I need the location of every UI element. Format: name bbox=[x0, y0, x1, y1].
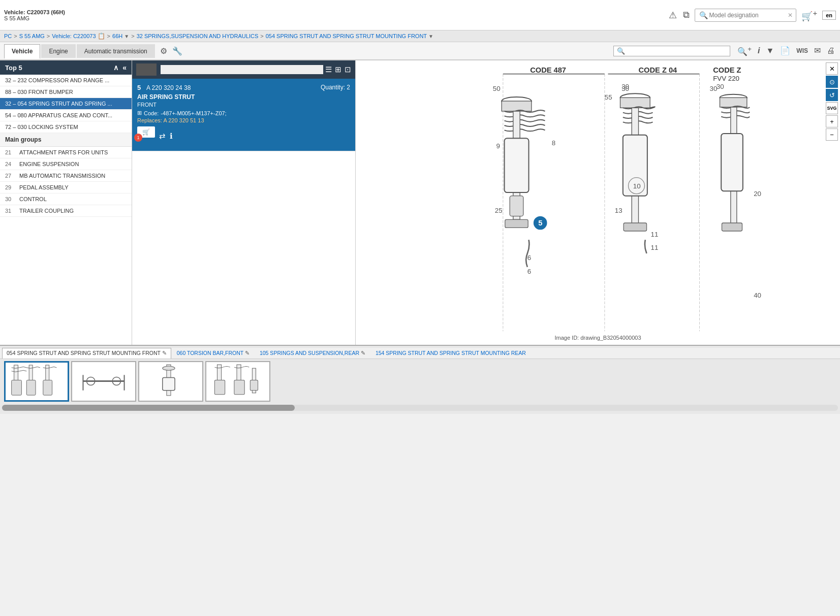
breadcrumb-054[interactable]: 054 SPRING STRUT AND SPRING STRUT MOUNTI… bbox=[266, 33, 433, 39]
partnum-30-mid: 30 bbox=[621, 83, 629, 90]
bottom-tab-0-edit-icon[interactable]: ✎ bbox=[162, 350, 167, 356]
sidebar-item-0[interactable]: 32 – 232 COMPRESSOR AND RANGE ... bbox=[0, 75, 132, 86]
search-box-header: 🔍 ✕ bbox=[695, 9, 796, 22]
tab-engine[interactable]: Engine bbox=[41, 44, 75, 58]
breadcrumb-66h[interactable]: 66H ▼ bbox=[112, 33, 129, 39]
list-view-icon[interactable]: ☰ bbox=[325, 65, 332, 74]
sidebar-group-24[interactable]: 24 ENGINE SUSPENSION bbox=[0, 158, 132, 170]
diagram-svg-icon[interactable]: SVG bbox=[826, 102, 838, 114]
diagram-blue-icon[interactable]: ⊙ bbox=[826, 76, 838, 88]
thumb-0[interactable] bbox=[4, 361, 69, 402]
info-circle-icon[interactable]: ℹ bbox=[170, 132, 173, 141]
sidebar-group-31[interactable]: 31 TRAILER COUPLING bbox=[0, 205, 132, 217]
sidebar-group-27[interactable]: 27 MB AUTOMATIC TRANSMISSION bbox=[0, 170, 132, 182]
thumb-3[interactable] bbox=[205, 361, 270, 402]
breadcrumb-s55[interactable]: S 55 AMG bbox=[19, 33, 45, 39]
sidebar-item-1[interactable]: 88 – 030 FRONT BUMPER bbox=[0, 86, 132, 98]
sidebar-top5-icons: ∧ « bbox=[113, 63, 127, 72]
alert-icon[interactable]: ⚠ bbox=[668, 9, 678, 22]
breadcrumb: PC > S 55 AMG > Vehicle: C220073 📋 > 66H… bbox=[0, 30, 840, 42]
bottom-tab-0[interactable]: 054 SPRING STRUT AND SPRING STRUT MOUNTI… bbox=[2, 348, 171, 359]
expand-icon[interactable]: ⊡ bbox=[345, 65, 351, 74]
another-icon[interactable]: 🔧 bbox=[172, 46, 182, 56]
sidebar-collapse-icon[interactable]: ∧ bbox=[113, 63, 118, 72]
thumb-1[interactable] bbox=[71, 361, 136, 402]
spring-coil-1c bbox=[505, 120, 545, 122]
thumb-2[interactable] bbox=[138, 361, 203, 402]
cart-add-icon[interactable]: 🛒+ bbox=[800, 8, 818, 23]
header-search-icon[interactable]: 🔍 bbox=[698, 10, 709, 20]
doc-icon[interactable]: 📄 bbox=[779, 45, 791, 56]
bottom-scrollbar[interactable] bbox=[2, 405, 838, 411]
zoom-in-icon[interactable]: 🔍+ bbox=[736, 44, 753, 57]
breadcrumb-vehicle[interactable]: Vehicle: C220073 📋 bbox=[52, 33, 105, 40]
tab-extra-icons: ⚙ 🔧 bbox=[160, 46, 182, 56]
tab-automatic-transmission[interactable]: Automatic transmission bbox=[77, 44, 155, 58]
sidebar-expand-icon[interactable]: « bbox=[122, 63, 127, 72]
svg-rect-8 bbox=[26, 380, 36, 396]
copy-icon[interactable]: ⧉ bbox=[682, 9, 691, 21]
filter-icon[interactable]: ▼ bbox=[765, 45, 775, 56]
partnum-8: 8 bbox=[552, 139, 555, 147]
partnum-55: 55 bbox=[605, 93, 612, 101]
group-num-24: 24 bbox=[5, 161, 15, 167]
bottom-tab-3[interactable]: 154 SPRING STRUT AND SPRING STRUT MOUNTI… bbox=[371, 348, 531, 359]
sidebar-item-3[interactable]: 54 – 080 APPARATUS CASE AND CONT... bbox=[0, 110, 132, 121]
bottom-mount-2 bbox=[624, 223, 646, 231]
partnum-50: 50 bbox=[493, 85, 501, 92]
group-label-29: PEDAL ASSEMBLY bbox=[19, 184, 69, 190]
lang-badge: en bbox=[822, 11, 836, 20]
part-item[interactable]: 5 A 220 320 24 38 Quantity: 2 AIR SPRING… bbox=[132, 79, 355, 151]
bottom-tab-1-edit-icon[interactable]: ✎ bbox=[245, 350, 250, 356]
mail-icon[interactable]: ✉ bbox=[813, 45, 822, 56]
tab-vehicle[interactable]: Vehicle bbox=[4, 44, 40, 59]
sidebar-group-30[interactable]: 30 CONTROL bbox=[0, 193, 132, 205]
bottom-tab-1[interactable]: 060 TORSION BAR,FRONT ✎ bbox=[172, 348, 254, 359]
air-chamber-3 bbox=[721, 134, 743, 191]
group-label-21: ATTACHMENT PARTS FOR UNITS bbox=[19, 149, 108, 155]
partnum-11a: 11 bbox=[651, 231, 659, 238]
codes-label: Code: bbox=[144, 110, 159, 116]
print-icon[interactable]: 🖨 bbox=[826, 45, 836, 56]
grid-view-icon[interactable]: ⊞ bbox=[335, 65, 341, 74]
tabs-search-icon[interactable]: 🔍 bbox=[617, 47, 625, 55]
code-table-icon: ⊞ bbox=[137, 110, 142, 116]
part-codes: ⊞ Code: -487+-M005+-M137+-Z07; bbox=[137, 110, 350, 116]
bottom-tab-2[interactable]: 105 SPRINGS AND SUSPENSION,REAR ✎ bbox=[255, 348, 370, 359]
part-item-header: 5 A 220 320 24 38 Quantity: 2 bbox=[137, 84, 350, 91]
diagram-zoom-out-icon[interactable]: − bbox=[826, 128, 838, 141]
group-num-29: 29 bbox=[5, 184, 15, 190]
bottom-bar: 054 SPRING STRUT AND SPRING STRUT MOUNTI… bbox=[0, 345, 840, 414]
bottom-tab-2-edit-icon[interactable]: ✎ bbox=[361, 350, 365, 356]
parts-search-input[interactable] bbox=[161, 65, 323, 74]
diagram-zoom-in-icon[interactable]: + bbox=[826, 115, 838, 127]
partnum-10: 10 bbox=[633, 182, 641, 190]
svg-rect-24 bbox=[250, 380, 258, 390]
fvv-220-label: FVV 220 bbox=[713, 75, 739, 82]
group-label-31: TRAILER COUPLING bbox=[19, 208, 74, 214]
bottom-tabs: 054 SPRING STRUT AND SPRING STRUT MOUNTI… bbox=[0, 348, 840, 359]
sidebar-group-29[interactable]: 29 PEDAL ASSEMBLY bbox=[0, 182, 132, 193]
settings-icon[interactable]: ⚙ bbox=[160, 46, 167, 56]
breadcrumb-32[interactable]: 32 SPRINGS,SUSPENSION AND HYDRAULICS bbox=[137, 33, 259, 39]
bottom-scrollbar-inner bbox=[2, 405, 295, 411]
diagram-close-icon[interactable]: ✕ bbox=[826, 62, 838, 75]
header: Vehicle: C220073 (66H) S 55 AMG ⚠ ⧉ 🔍 ✕ … bbox=[0, 0, 840, 30]
sidebar-item-4[interactable]: 72 – 030 LOCKING SYSTEM bbox=[0, 121, 132, 133]
exchange-icon[interactable]: ⇄ bbox=[159, 132, 166, 141]
group-num-31: 31 bbox=[5, 208, 15, 214]
group-num-21: 21 bbox=[5, 149, 15, 155]
breadcrumb-pc[interactable]: PC bbox=[4, 33, 12, 39]
sidebar-item-2[interactable]: 32 – 054 SPRING STRUT AND SPRING ... bbox=[0, 98, 132, 110]
search-input[interactable] bbox=[709, 12, 788, 19]
partnum-6: 6 bbox=[527, 254, 531, 262]
info-icon[interactable]: i bbox=[757, 45, 761, 56]
search-clear-icon[interactable]: ✕ bbox=[788, 12, 793, 19]
tabs-search-input[interactable] bbox=[625, 47, 727, 54]
wis-icon[interactable]: WIS bbox=[795, 46, 809, 55]
model-label: S 55 AMG bbox=[4, 15, 65, 21]
spring-coil-1b bbox=[505, 115, 545, 117]
sidebar-group-21[interactable]: 21 ATTACHMENT PARTS FOR UNITS bbox=[0, 147, 132, 158]
diagram-undo-icon[interactable]: ↺ bbox=[826, 89, 838, 101]
partnum-11b: 11 bbox=[651, 244, 659, 251]
